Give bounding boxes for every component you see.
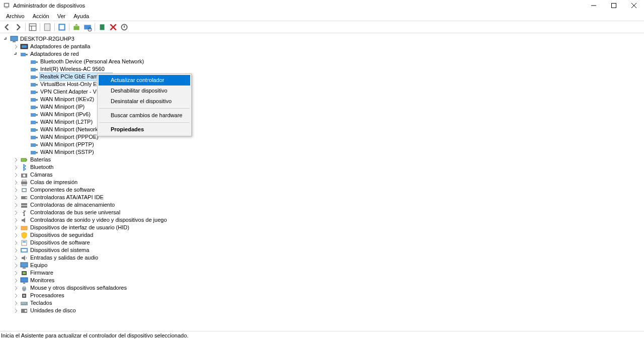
tree-label: Entradas y salidas de audio [29, 254, 99, 262]
ctx-separator [99, 122, 190, 123]
update-driver-button[interactable] [71, 22, 82, 32]
tree-label: WAN Miniport (SSTP) [39, 148, 95, 156]
menu-accion[interactable]: Acción [29, 12, 53, 20]
tree-category-computer[interactable]: Equipo [2, 262, 644, 269]
expand-icon[interactable] [13, 293, 19, 299]
tree-label: Controladoras ATA/ATAPI IDE [29, 194, 105, 201]
tree-category-cameras[interactable]: Cámaras [2, 171, 644, 179]
tree-device[interactable]: Intel(R) Wireless-AC 9560 [2, 65, 644, 73]
tree-category-batteries[interactable]: Baterías [2, 156, 644, 163]
tree-category-audio-io[interactable]: Entradas y salidas de audio [2, 254, 644, 262]
collapse-icon[interactable] [3, 36, 9, 42]
svg-rect-74 [23, 283, 25, 284]
svg-rect-23 [26, 54, 28, 55]
svg-rect-37 [36, 107, 38, 108]
expand-icon[interactable] [13, 180, 19, 186]
tree-category-bluetooth[interactable]: Bluetooth [2, 163, 644, 171]
tree-root[interactable]: DESKTOP-R2GUHP3 [2, 35, 644, 43]
expand-icon[interactable] [13, 308, 19, 314]
properties-button[interactable] [57, 22, 67, 32]
tree-category-display[interactable]: Adaptadores de pantalla [2, 43, 644, 50]
expand-icon[interactable] [13, 210, 19, 216]
ctx-uninstall-device[interactable]: Desinstalar el dispositivo [99, 96, 190, 107]
show-hide-tree-button[interactable] [28, 22, 38, 32]
expand-icon[interactable] [13, 157, 19, 163]
expand-icon[interactable] [13, 278, 19, 284]
expand-icon[interactable] [13, 172, 19, 178]
tree-category-security[interactable]: Dispositivos de seguridad [2, 231, 644, 239]
tree-category-usb[interactable]: Controladoras de bus serie universal [2, 209, 644, 216]
tree-category-processors[interactable]: Procesadores [2, 292, 644, 299]
menu-ayuda[interactable]: Ayuda [69, 12, 93, 20]
expand-icon[interactable] [13, 300, 19, 306]
tree-category-ata[interactable]: Controladoras ATA/ATAPI IDE [2, 194, 644, 201]
expand-icon[interactable] [13, 240, 19, 246]
svg-rect-38 [31, 113, 36, 117]
tree-label: Bluetooth Device (Personal Area Network) [39, 58, 145, 65]
tree-category-network[interactable]: Adaptadores de red [2, 50, 644, 58]
svg-rect-43 [36, 129, 38, 131]
expand-icon[interactable] [13, 187, 19, 193]
svg-rect-48 [31, 151, 36, 154]
collapse-icon[interactable] [13, 51, 19, 57]
tree-category-firmware[interactable]: Firmware [2, 269, 644, 277]
tree-category-storage[interactable]: Controladoras de almacenamiento [2, 201, 644, 209]
expand-icon[interactable] [13, 225, 19, 231]
tree-device[interactable]: WAN Miniport (SSTP) [2, 148, 644, 156]
expand-icon[interactable] [13, 217, 19, 223]
tree-category-hid[interactable]: Dispositivos de interfaz de usuario (HID… [2, 224, 644, 231]
close-button[interactable] [624, 0, 644, 11]
toolbar-separator [40, 23, 40, 31]
forward-button[interactable] [13, 22, 23, 32]
svg-rect-18 [11, 36, 18, 41]
expand-icon[interactable] [13, 270, 19, 276]
svg-rect-65 [22, 240, 27, 245]
svg-rect-26 [31, 68, 36, 71]
tree-category-software-devices[interactable]: Dispositivos de software [2, 239, 644, 246]
expand-icon[interactable] [13, 285, 19, 291]
svg-rect-58 [23, 189, 26, 191]
tree-category-sound[interactable]: Controladoras de sonido y video y dispos… [2, 216, 644, 224]
scan-hardware-button[interactable] [83, 22, 93, 32]
uninstall-device-button[interactable] [108, 22, 118, 32]
expand-icon[interactable] [13, 232, 19, 238]
expand-icon[interactable] [13, 247, 19, 253]
expand-icon[interactable] [13, 44, 19, 50]
audio-io-icon [20, 255, 28, 262]
minimize-button[interactable] [584, 0, 604, 11]
tree-category-software-components[interactable]: Componentes de software [2, 186, 644, 194]
network-adapter-icon [30, 58, 38, 65]
tree-category-monitors[interactable]: Monitores [2, 277, 644, 284]
tree-label: WAN Miniport (IPv6) [39, 111, 92, 118]
ctx-scan-hardware[interactable]: Buscar cambios de hardware [99, 110, 190, 121]
expand-icon[interactable] [13, 202, 19, 208]
ctx-disable-device[interactable]: Deshabilitar dispositivo [99, 86, 190, 96]
tree-category-keyboards[interactable]: Teclados [2, 299, 644, 307]
menu-bar: Archivo Acción Ver Ayuda [0, 11, 644, 21]
tree-category-print-queues[interactable]: Colas de impresión [2, 179, 644, 186]
disable-device-button[interactable] [119, 22, 129, 32]
expand-icon[interactable] [13, 195, 19, 201]
svg-rect-19 [13, 41, 16, 42]
help-button[interactable] [42, 22, 52, 32]
expand-icon[interactable] [13, 263, 19, 269]
tree-category-system-devices[interactable]: Dispositivos del sistema [2, 246, 644, 254]
device-tree[interactable]: DESKTOP-R2GUHP3 Adaptadores de pantalla … [0, 33, 644, 314]
tree-category-disks[interactable]: Unidades de disco [2, 307, 644, 314]
network-adapter-icon [30, 119, 38, 126]
usb-icon [20, 209, 28, 216]
expand-icon[interactable] [13, 255, 19, 261]
menu-archivo[interactable]: Archivo [2, 12, 29, 20]
tree-label: WAN Miniport (L2TP) [39, 118, 94, 126]
ctx-update-driver[interactable]: Actualizar controlador [99, 75, 190, 86]
tree-device[interactable]: Bluetooth Device (Personal Area Network) [2, 58, 644, 65]
menu-ver[interactable]: Ver [53, 12, 70, 20]
expand-icon[interactable] [13, 164, 19, 171]
back-button[interactable] [2, 22, 12, 32]
tree-category-mouse[interactable]: Mouse y otros dispositivos señaladores [2, 284, 644, 292]
svg-rect-27 [36, 69, 38, 70]
enable-device-button[interactable] [97, 22, 107, 32]
maximize-button[interactable] [604, 0, 624, 11]
ctx-properties[interactable]: Propiedades [99, 124, 190, 135]
tree-device[interactable]: WAN Miniport (PPTP) [2, 141, 644, 148]
